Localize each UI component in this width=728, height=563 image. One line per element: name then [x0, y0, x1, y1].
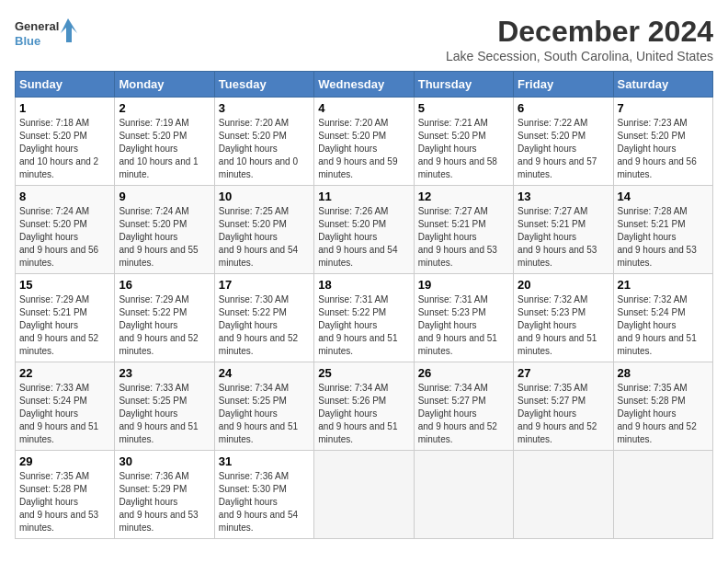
- header-saturday: Saturday: [613, 72, 712, 98]
- day-info: Sunrise: 7:36 AMSunset: 5:29 PMDaylight …: [119, 471, 198, 533]
- day-number: 31: [219, 454, 310, 468]
- day-info: Sunrise: 7:22 AMSunset: 5:20 PMDaylight …: [518, 118, 597, 179]
- day-number: 18: [318, 278, 409, 292]
- day-info: Sunrise: 7:36 AMSunset: 5:30 PMDaylight …: [219, 471, 298, 533]
- header-friday: Friday: [514, 72, 613, 98]
- cell-4-1: 30 Sunrise: 7:36 AMSunset: 5:29 PMDaylig…: [115, 451, 214, 539]
- week-row-2: 8 Sunrise: 7:24 AMSunset: 5:20 PMDayligh…: [16, 186, 713, 274]
- day-info: Sunrise: 7:32 AMSunset: 5:24 PMDaylight …: [618, 294, 697, 356]
- day-info: Sunrise: 7:24 AMSunset: 5:20 PMDaylight …: [19, 206, 98, 268]
- day-info: Sunrise: 7:23 AMSunset: 5:20 PMDaylight …: [618, 118, 697, 179]
- day-number: 30: [119, 454, 210, 468]
- day-info: Sunrise: 7:32 AMSunset: 5:23 PMDaylight …: [518, 294, 597, 356]
- day-info: Sunrise: 7:31 AMSunset: 5:22 PMDaylight …: [318, 294, 397, 356]
- day-number: 27: [518, 366, 609, 380]
- day-info: Sunrise: 7:19 AMSunset: 5:20 PMDaylight …: [119, 118, 198, 179]
- day-info: Sunrise: 7:33 AMSunset: 5:25 PMDaylight …: [119, 383, 198, 444]
- day-number: 29: [19, 454, 110, 468]
- day-number: 13: [518, 190, 609, 203]
- cell-1-4: 12 Sunrise: 7:27 AMSunset: 5:21 PMDaylig…: [414, 186, 513, 274]
- day-info: Sunrise: 7:34 AMSunset: 5:27 PMDaylight …: [418, 383, 497, 444]
- cell-1-0: 8 Sunrise: 7:24 AMSunset: 5:20 PMDayligh…: [16, 186, 115, 274]
- cell-0-2: 3 Sunrise: 7:20 AMSunset: 5:20 PMDayligh…: [214, 98, 313, 186]
- header: General Blue December 2024 Lake Secessio…: [15, 15, 713, 63]
- day-number: 1: [19, 101, 110, 115]
- day-number: 21: [618, 278, 709, 292]
- header-row: SundayMondayTuesdayWednesdayThursdayFrid…: [16, 72, 713, 98]
- day-number: 25: [318, 366, 409, 380]
- day-number: 12: [418, 190, 509, 203]
- week-row-5: 29 Sunrise: 7:35 AMSunset: 5:28 PMDaylig…: [16, 451, 713, 539]
- cell-0-0: 1 Sunrise: 7:18 AMSunset: 5:20 PMDayligh…: [16, 98, 115, 186]
- day-info: Sunrise: 7:35 AMSunset: 5:28 PMDaylight …: [618, 383, 697, 444]
- cell-0-4: 5 Sunrise: 7:21 AMSunset: 5:20 PMDayligh…: [414, 98, 513, 186]
- cell-4-2: 31 Sunrise: 7:36 AMSunset: 5:30 PMDaylig…: [214, 451, 313, 539]
- cell-0-5: 6 Sunrise: 7:22 AMSunset: 5:20 PMDayligh…: [514, 98, 613, 186]
- week-row-3: 15 Sunrise: 7:29 AMSunset: 5:21 PMDaylig…: [16, 274, 713, 362]
- header-thursday: Thursday: [414, 72, 513, 98]
- day-number: 22: [19, 366, 110, 380]
- day-info: Sunrise: 7:27 AMSunset: 5:21 PMDaylight …: [418, 206, 497, 268]
- cell-3-2: 24 Sunrise: 7:34 AMSunset: 5:25 PMDaylig…: [214, 362, 313, 451]
- week-row-1: 1 Sunrise: 7:18 AMSunset: 5:20 PMDayligh…: [16, 98, 713, 186]
- header-wednesday: Wednesday: [314, 72, 414, 98]
- day-number: 10: [219, 190, 310, 203]
- cell-2-2: 17 Sunrise: 7:30 AMSunset: 5:22 PMDaylig…: [214, 274, 313, 362]
- day-number: 20: [518, 278, 609, 292]
- title-area: December 2024 Lake Secession, South Caro…: [446, 15, 713, 63]
- svg-text:Blue: Blue: [15, 34, 40, 48]
- day-info: Sunrise: 7:33 AMSunset: 5:24 PMDaylight …: [19, 383, 98, 444]
- page-subtitle: Lake Secession, South Carolina, United S…: [446, 49, 713, 63]
- calendar-table: SundayMondayTuesdayWednesdayThursdayFrid…: [15, 71, 713, 539]
- day-info: Sunrise: 7:27 AMSunset: 5:21 PMDaylight …: [518, 206, 597, 268]
- cell-0-6: 7 Sunrise: 7:23 AMSunset: 5:20 PMDayligh…: [613, 98, 712, 186]
- day-info: Sunrise: 7:26 AMSunset: 5:20 PMDaylight …: [318, 206, 397, 268]
- day-number: 19: [418, 278, 509, 292]
- cell-3-5: 27 Sunrise: 7:35 AMSunset: 5:27 PMDaylig…: [514, 362, 613, 451]
- day-info: Sunrise: 7:28 AMSunset: 5:21 PMDaylight …: [618, 206, 697, 268]
- day-info: Sunrise: 7:24 AMSunset: 5:20 PMDaylight …: [119, 206, 198, 268]
- cell-2-0: 15 Sunrise: 7:29 AMSunset: 5:21 PMDaylig…: [16, 274, 115, 362]
- day-number: 7: [618, 101, 709, 115]
- cell-4-3: [314, 451, 414, 539]
- day-number: 17: [219, 278, 310, 292]
- day-info: Sunrise: 7:31 AMSunset: 5:23 PMDaylight …: [418, 294, 497, 356]
- day-number: 2: [119, 101, 210, 115]
- header-sunday: Sunday: [16, 72, 115, 98]
- day-number: 28: [618, 366, 709, 380]
- logo: General Blue: [15, 15, 79, 52]
- cell-2-3: 18 Sunrise: 7:31 AMSunset: 5:22 PMDaylig…: [314, 274, 414, 362]
- week-row-4: 22 Sunrise: 7:33 AMSunset: 5:24 PMDaylig…: [16, 362, 713, 451]
- svg-text:General: General: [15, 19, 59, 33]
- day-info: Sunrise: 7:25 AMSunset: 5:20 PMDaylight …: [219, 206, 298, 268]
- day-number: 15: [19, 278, 110, 292]
- header-tuesday: Tuesday: [214, 72, 313, 98]
- cell-3-0: 22 Sunrise: 7:33 AMSunset: 5:24 PMDaylig…: [16, 362, 115, 451]
- day-number: 23: [119, 366, 210, 380]
- cell-3-4: 26 Sunrise: 7:34 AMSunset: 5:27 PMDaylig…: [414, 362, 513, 451]
- day-number: 6: [518, 101, 609, 115]
- day-info: Sunrise: 7:29 AMSunset: 5:22 PMDaylight …: [119, 294, 198, 356]
- day-number: 11: [318, 190, 409, 203]
- cell-4-6: [613, 451, 712, 539]
- cell-1-3: 11 Sunrise: 7:26 AMSunset: 5:20 PMDaylig…: [314, 186, 414, 274]
- day-info: Sunrise: 7:21 AMSunset: 5:20 PMDaylight …: [418, 118, 497, 179]
- day-info: Sunrise: 7:35 AMSunset: 5:28 PMDaylight …: [19, 471, 98, 533]
- logo-svg: General Blue: [15, 15, 79, 52]
- cell-4-0: 29 Sunrise: 7:35 AMSunset: 5:28 PMDaylig…: [16, 451, 115, 539]
- cell-4-4: [414, 451, 513, 539]
- day-number: 5: [418, 101, 509, 115]
- header-monday: Monday: [115, 72, 214, 98]
- cell-1-6: 14 Sunrise: 7:28 AMSunset: 5:21 PMDaylig…: [613, 186, 712, 274]
- day-number: 26: [418, 366, 509, 380]
- day-number: 8: [19, 190, 110, 203]
- cell-2-6: 21 Sunrise: 7:32 AMSunset: 5:24 PMDaylig…: [613, 274, 712, 362]
- svg-marker-2: [61, 18, 77, 42]
- day-number: 14: [618, 190, 709, 203]
- day-info: Sunrise: 7:20 AMSunset: 5:20 PMDaylight …: [318, 118, 397, 179]
- cell-1-2: 10 Sunrise: 7:25 AMSunset: 5:20 PMDaylig…: [214, 186, 313, 274]
- page-title: December 2024: [446, 15, 713, 49]
- day-number: 4: [318, 101, 409, 115]
- day-number: 3: [219, 101, 310, 115]
- day-info: Sunrise: 7:34 AMSunset: 5:25 PMDaylight …: [219, 383, 298, 444]
